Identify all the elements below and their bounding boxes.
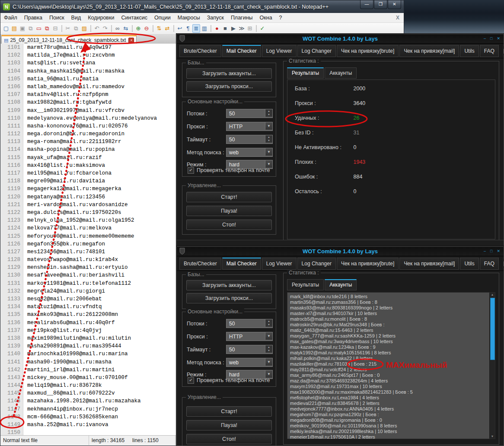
menu-plugins[interactable]: Плагины [227,14,256,22]
toolbar-separator[interactable] [90,25,91,32]
find-icon[interactable]: ∞ [114,24,121,33]
account-row[interactable]: matiz_6463@mail.ru:15-6463 | 2 letters [290,328,489,333]
toolbar-separator[interactable] [153,25,153,32]
toolbar-separator[interactable] [173,25,174,32]
account-row[interactable]: mefistophel@inbox.ru:Lexa1984 | 4 letter… [290,395,489,401]
menu-encoding[interactable]: Кодировки [84,14,118,22]
toolbar-separator[interactable] [211,25,211,32]
close-file-icon[interactable]: ▭ [35,24,43,33]
check-phone-checkbox[interactable]: ✔ [188,167,194,174]
menu-view[interactable]: Вид [68,14,85,22]
chevron-down-icon[interactable]: ▼ [265,332,272,340]
pause-button[interactable]: Пауза! [186,420,272,430]
minimize-button[interactable]: – [484,248,486,254]
account-row[interactable]: master-xl7@mail.ru:940107kir | 10 letter… [290,311,489,316]
minimize-button[interactable]: – [484,35,486,41]
account-row[interactable]: melnikov_901990@mail.ru:1011990sana | 8 … [290,423,489,429]
sync-scroll-v-icon[interactable]: ⇅ [155,24,163,33]
tab-check-privyazka-brute[interactable]: Чек на привязку[brute] [337,258,399,270]
account-row[interactable]: may2811@mail.ru:volcff24 | 2 letters [290,367,489,373]
accounts-scrollbar[interactable]: ▲ ▼ [489,293,495,439]
toolbar-separator[interactable] [256,25,257,32]
wot2-titlebar[interactable]: WOT Combine 1.4.0 by Lays – □ ✕ [177,247,504,256]
menubar-close-icon[interactable]: X [396,15,399,21]
tab-log-viewer[interactable]: Log Viewer [262,258,297,270]
chevron-down-icon[interactable]: ▼ [265,358,272,366]
sync-scroll-h-icon[interactable]: ⇄ [163,24,171,33]
account-row[interactable]: maxym1992@mail.ru:19731max | 10 letters [290,384,489,389]
word-wrap-icon[interactable]: ↩ [176,24,184,33]
print-icon[interactable]: ⊟ [51,24,59,33]
account-row[interactable]: menejer1@mail.ru:19750610A | 2 letters [290,434,489,439]
stepper-arrows-icon[interactable]: ▲▼ [265,135,272,143]
tab-results[interactable]: Результаты [287,279,324,290]
account-row[interactable]: masaks93@mail.ru:80938169399nogo | 2 let… [290,305,489,311]
menu-syntax[interactable]: Синтаксис [118,14,151,22]
file-tab[interactable]: ▤ 25_09_2013_12-11-18_cant_check_spamblo… [1,35,137,44]
tab-accounts[interactable]: Аккаунты [325,279,357,290]
menu-run[interactable]: Запуск [204,14,227,22]
account-row[interactable]: melkiy.leshka@mail.ru:20021998leshka | 1… [290,429,489,434]
save-all-icon[interactable]: ⧉ [27,24,35,33]
zoom-out-icon[interactable]: ⊖ [143,24,150,33]
wot1-titlebar[interactable]: WOT Combine 1.4.0 by Lays – □ ✕ [177,34,504,44]
toolbar-separator[interactable] [111,25,112,32]
cut-icon[interactable]: ✂ [64,24,72,33]
account-row[interactable]: matyk1992@mail.ru:matyk105156196 | 8 let… [290,350,489,356]
menu-options[interactable]: Опции [151,14,174,22]
maximize-button[interactable]: □ [490,35,492,41]
account-row[interactable]: medvejonok7777@inbox.ru:ANNA0405 | 4 let… [290,406,489,412]
tab-utils[interactable]: Utils [460,45,478,57]
paste-icon[interactable]: ▨ [80,24,88,33]
load-accounts-button[interactable]: Загрузить аккаунты... [186,280,272,290]
open-folder-icon[interactable]: ▤ [10,24,18,33]
menu-macros[interactable]: Макросы [174,14,204,22]
replace-icon[interactable]: ⇆ [122,24,130,33]
account-row[interactable]: max19082000@mail.ru:maximaka88214621283 … [290,389,489,395]
tab-results[interactable]: Результаты [287,67,324,79]
tab-brute-checker[interactable]: Brute/Checker [179,45,221,57]
tab-faq[interactable]: FAQ [480,45,499,57]
tab-mail-checker[interactable]: Mail Checker [222,258,261,270]
account-row[interactable]: megadron808@mail.ru:igromania | Боев : 0 [290,417,489,423]
load-proxy-button[interactable]: Загрузить прокси... [186,293,272,303]
menu-windows[interactable]: Окна [256,14,276,22]
menu-search[interactable]: Поиск [46,14,68,22]
stepper-arrows-icon[interactable]: ▲▼ [265,319,272,327]
tab-close-icon[interactable]: x [128,38,134,43]
macro-record-icon[interactable]: ● [213,24,221,33]
indent-guide-icon[interactable]: ≣ [192,24,200,33]
macro-run-icon[interactable]: ≫ [238,24,246,33]
account-row[interactable]: martin356@mail.ru:zumass356 | Боев : 8 [290,299,489,305]
tab-mail-checker[interactable]: Mail Checker [222,45,261,57]
copy-icon[interactable]: ⧉ [72,24,80,33]
show-symbols-icon[interactable]: ¶ [184,24,192,33]
toolbar-separator[interactable] [132,25,133,32]
zoom-in-icon[interactable]: ⊕ [134,24,142,33]
stepper-arrows-icon[interactable]: ▲▼ [265,345,272,353]
close-button[interactable]: ✕ [497,248,500,254]
close-button[interactable]: ✕ [388,0,401,9]
macro-play-icon[interactable]: ▶ [230,24,237,33]
stop-button[interactable]: Стоп! [186,220,272,230]
new-file-icon[interactable]: ▢ [2,24,10,33]
macro-save-icon[interactable]: ⊞ [246,24,254,33]
account-row[interactable]: mark_klif@inbox.ru:tde216 | 8 letters [290,294,489,299]
menu-help[interactable]: ? [276,14,286,22]
account-row[interactable]: matroskin29rus@bk.ru:Mat29rus348 | Боев … [290,322,489,328]
minimize-button[interactable]: — [360,0,373,9]
tab-check-privyazka-brute[interactable]: Чек на привязку[brute] [337,45,399,57]
undo-icon[interactable]: ↶ [93,24,101,33]
start-button[interactable]: Старт! [186,192,272,202]
notepad-titlebar[interactable]: N C:\Users\админ\Desktop\Lays\25_09_2013… [0,0,404,13]
maximize-button[interactable]: □ [490,248,492,254]
tab-log-viewer[interactable]: Log Viewer [262,45,297,57]
start-button[interactable]: Старт! [186,406,272,417]
tab-check-privyazka-mail[interactable]: Чек на привязку[mail] [399,45,459,57]
chevron-down-icon[interactable]: ▼ [265,122,272,130]
account-row[interactable]: medieval221@mail.ru:83845678 | 2 letters [290,401,489,406]
stepper-arrows-icon[interactable]: ▲▼ [265,109,272,117]
load-proxy-button[interactable]: Загрузить прокси... [186,81,272,92]
save-icon[interactable]: ▣ [19,24,26,33]
account-row[interactable]: max-kazakov@mail.ru:1234ka | Боев : 9 [290,344,489,350]
